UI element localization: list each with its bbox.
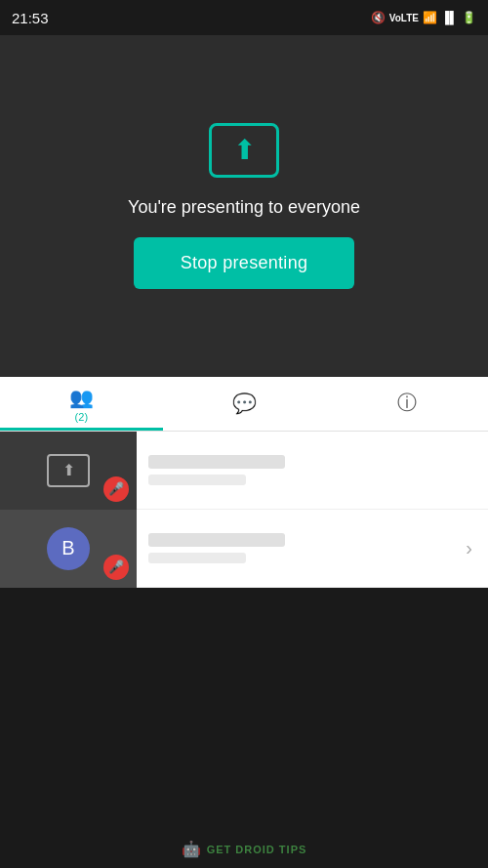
participant-details-2 (148, 553, 246, 563)
screen-arrow-icon: ⬆ (62, 461, 75, 479)
volte-icon: VoLTE (389, 13, 419, 23)
mute-badge-1: 🎤 (103, 476, 129, 502)
presenting-message: You're presenting to everyone (128, 197, 360, 218)
battery-icon: 🔋 (462, 11, 476, 24)
status-time: 21:53 (12, 10, 49, 26)
avatar-letter-2: B (61, 537, 74, 559)
present-icon: ⬆ (209, 123, 279, 178)
participant-name-1 (148, 455, 285, 469)
upload-arrow-icon: ⬆ (233, 137, 256, 164)
mute-status-icon: 🔇 (371, 11, 386, 24)
tab-bar: 👥 (2) 💬 ⓘ (0, 377, 488, 432)
tab-people-label: (2) (75, 411, 88, 423)
status-icons: 🔇 VoLTE 📶 ▐▌ 🔋 (371, 11, 476, 24)
tab-info[interactable]: ⓘ (325, 377, 488, 431)
participant-item: ⬆ 🎤 (0, 432, 488, 510)
participant-info-2 (137, 533, 466, 563)
people-icon: 👥 (69, 386, 94, 409)
participant-chevron-2[interactable]: › (466, 537, 488, 559)
chat-icon: 💬 (232, 392, 257, 415)
signal-icon: ▐▌ (441, 11, 458, 24)
participant-name-2 (148, 533, 285, 547)
tab-chat[interactable]: 💬 (163, 377, 326, 431)
participant-info-1 (137, 455, 488, 485)
stop-presenting-button[interactable]: Stop presenting (134, 237, 355, 289)
watermark: 🤖 GET DROID TIPS (182, 840, 307, 858)
participant-thumbnail-1: ⬆ 🎤 (0, 432, 137, 510)
mic-muted-icon-2: 🎤 (108, 559, 124, 574)
status-bar: 21:53 🔇 VoLTE 📶 ▐▌ 🔋 (0, 0, 488, 35)
wifi-icon: 📶 (423, 11, 437, 24)
participant-details-1 (148, 475, 246, 485)
mute-badge-2: 🎤 (103, 555, 129, 580)
screen-share-icon: ⬆ (47, 454, 90, 487)
watermark-text: GET DROID TIPS (207, 844, 307, 855)
tab-people[interactable]: 👥 (2) (0, 377, 163, 431)
participant-thumbnail-2: B 🎤 (0, 510, 137, 588)
mic-muted-icon-1: 🎤 (108, 481, 124, 496)
participant-avatar-2: B (47, 527, 90, 570)
presenting-section: ⬆ You're presenting to everyone Stop pre… (0, 35, 488, 377)
watermark-icon: 🤖 (182, 840, 201, 858)
info-icon: ⓘ (397, 390, 417, 416)
participant-item-2[interactable]: B 🎤 › (0, 510, 488, 588)
